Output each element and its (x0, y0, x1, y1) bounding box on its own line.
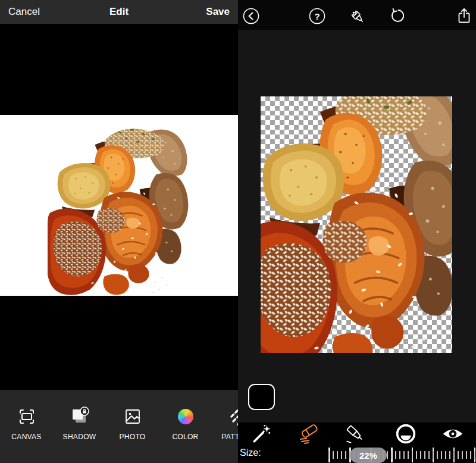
toolbar-item-shadow[interactable]: SHADOW (53, 406, 106, 463)
toolbar-item-pattern[interactable]: PATTERN (212, 406, 238, 463)
left-header-bar: Cancel Edit Save (0, 0, 238, 24)
toolbar-item-color[interactable]: COLOR (159, 406, 212, 463)
canvas-photo-left[interactable] (0, 115, 238, 296)
toolbar-label: COLOR (172, 433, 198, 441)
food-photo (48, 126, 189, 296)
paintbrush-icon[interactable] (348, 7, 366, 25)
canvas-frame-icon (18, 406, 36, 427)
left-bottom-toolbar: CANVAS SHADOW (0, 390, 238, 463)
cancel-button[interactable]: Cancel (8, 0, 40, 24)
magic-wand-icon[interactable] (251, 423, 273, 445)
panel-eraser-editor: ? (238, 0, 476, 463)
toolbar-label: SHADOW (63, 433, 96, 441)
mask-circle-icon[interactable] (395, 423, 416, 445)
marker-icon[interactable] (345, 423, 366, 445)
undo-icon[interactable] (388, 7, 406, 25)
save-button[interactable]: Save (206, 0, 230, 24)
size-value-pill[interactable]: 22% (350, 448, 387, 463)
page-title: Edit (109, 0, 129, 24)
svg-text:?: ? (314, 11, 320, 21)
photo-image-icon (124, 406, 142, 427)
color-swatch[interactable] (248, 384, 275, 410)
right-header-bar: ? (238, 0, 476, 30)
share-icon[interactable] (455, 7, 473, 25)
toolbar-label: PHOTO (120, 433, 146, 441)
back-icon[interactable] (242, 7, 260, 25)
right-bottom-toolbar: Size: 22% (238, 423, 476, 463)
app-root: Cancel Edit Save CANVAS (0, 0, 476, 463)
color-wheel-icon (178, 406, 193, 427)
toolbar-item-canvas[interactable]: CANVAS (0, 406, 53, 463)
panel-ios-editor: Cancel Edit Save CANVAS (0, 0, 238, 463)
food-photo-transparent-bg (261, 96, 452, 353)
size-label: Size: (240, 448, 261, 458)
eraser-icon[interactable] (299, 423, 320, 445)
toolbar-item-photo[interactable]: PHOTO (106, 406, 159, 463)
shadow-squares-icon (70, 406, 90, 427)
toolbar-label: CANVAS (11, 433, 41, 441)
toolbar-label: PATTERN (221, 433, 238, 441)
pattern-stripes-icon (230, 406, 239, 427)
help-icon[interactable]: ? (308, 7, 326, 25)
photo-editing-area[interactable] (261, 96, 452, 353)
eye-icon[interactable] (442, 423, 464, 445)
